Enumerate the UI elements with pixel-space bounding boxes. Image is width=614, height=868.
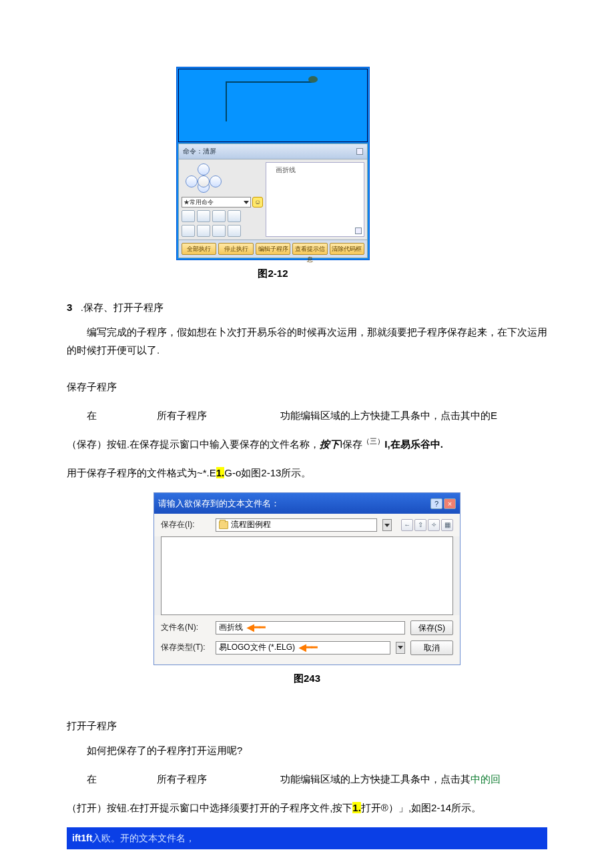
tool-btn-8[interactable]: [228, 225, 241, 237]
help-button[interactable]: ☺: [252, 197, 263, 207]
help-icon[interactable]: ?: [430, 498, 442, 509]
dialog-save-button[interactable]: 保存(S): [410, 620, 453, 635]
command-panel: 命令：清屏 ★常用命令: [178, 143, 368, 258]
figure-2-12-caption: 图2-12: [176, 264, 370, 282]
dpad-right-icon[interactable]: [210, 175, 222, 187]
direction-pad[interactable]: [186, 163, 222, 193]
highlight: 1.: [352, 802, 361, 813]
panel-title: 命令：清屏: [183, 145, 216, 157]
dialog-title-text: 请输入欲保存到的文本文件名：: [158, 496, 280, 511]
figure-2-12: 命令：清屏 ★常用命令: [176, 67, 370, 260]
dpad-left-icon[interactable]: [186, 175, 198, 187]
green-text: 中的回: [471, 773, 501, 785]
command-combo[interactable]: ★常用命令: [182, 197, 251, 207]
t: 用于保存子程序的文件格式为~*.E: [67, 467, 216, 478]
filename-label: 文件名(N):: [161, 620, 210, 635]
t: I,在易乐谷中.: [384, 438, 443, 450]
tool-btn-4[interactable]: [228, 210, 241, 222]
command-combo-value: ★常用命令: [184, 197, 214, 207]
t: （打开）按钮.在打开提示窗口中选择须要打开的子程序文件,按下: [67, 802, 352, 813]
panel-max-icon[interactable]: [356, 148, 363, 155]
save-in-row: 保存在(I): 流程图例程 ← ⇧ ✧ ▦: [154, 514, 460, 536]
open-heading: 打开子程序: [67, 717, 547, 735]
highlight: 1.: [216, 467, 225, 478]
resize-grip-icon[interactable]: [355, 228, 362, 234]
turtle-icon: [308, 76, 318, 83]
close-icon[interactable]: ×: [444, 498, 456, 509]
folder-icon: [219, 521, 228, 529]
section-3-number: 3: [67, 302, 72, 313]
tool-btn-2[interactable]: [197, 210, 210, 222]
t: 按下: [320, 438, 340, 450]
save-in-combo[interactable]: 流程图例程: [216, 518, 377, 532]
edit-sub-button[interactable]: 编辑子程序: [256, 243, 290, 255]
t: I保存: [340, 438, 362, 450]
filetype-value: 易LOGO文件 (*.ELG): [219, 640, 295, 655]
t: 功能编辑区域的上方快捷工具条中，点击其中的E: [280, 410, 497, 421]
stop-run-button[interactable]: 停止执行: [218, 243, 253, 255]
panel-titlebar: 命令：清屏: [179, 144, 367, 159]
section-3-title: .保存、打开子程序: [81, 302, 164, 313]
open-line-1: 在所有子程序功能编辑区域的上方快捷工具条中，点击其中的回: [67, 770, 547, 788]
code-area[interactable]: 画折线: [266, 162, 364, 237]
t: （三）: [362, 437, 384, 445]
save-in-dropdown[interactable]: [382, 519, 392, 531]
filetype-combo[interactable]: 易LOGO文件 (*.ELG) ◀━━: [216, 641, 390, 655]
panel-bottom-bar: 全部执行 停止执行 编辑子程序 查看提示信息 清除代码框: [179, 240, 367, 258]
section-3-intro: 编写完成的子程序，假如想在卜次打开易乐谷的时候再次运用，那就须要把子程序保存起来…: [67, 323, 547, 359]
figure-2-13-caption: 图243: [67, 669, 547, 687]
code-area-label: 画折线: [276, 164, 296, 176]
filename-value: 画折线: [219, 620, 243, 635]
save-in-value: 流程图例程: [231, 518, 271, 532]
chevron-down-icon: [244, 201, 249, 204]
blue-strip: ift1ft入欧。开的文本文件名，: [67, 827, 547, 849]
t: 在: [87, 410, 97, 421]
dpad-up-icon[interactable]: [198, 163, 210, 175]
view-menu-icon[interactable]: ▦: [441, 519, 453, 531]
section-3-heading: 3 .保存、打开子程序: [67, 298, 547, 316]
tool-btn-3[interactable]: [212, 210, 226, 222]
save-in-label: 保存在(I):: [161, 518, 210, 532]
arrow-annotation-icon: ◀━━: [299, 639, 317, 656]
t: G-o如图2-13所示。: [224, 467, 311, 478]
clear-code-button[interactable]: 清除代码框: [330, 243, 364, 255]
save-line-3: 用于保存子程序的文件格式为~*.E1.G-o如图2-13所示。: [67, 464, 547, 482]
view-hint-button[interactable]: 查看提示信息: [292, 243, 327, 255]
save-line-1: 在所有子程序功能编辑区域的上方快捷工具条中，点击其中的E: [67, 406, 547, 424]
new-folder-icon[interactable]: ✧: [428, 519, 440, 531]
drawn-path: [226, 81, 312, 121]
filename-row: 文件名(N): 画折线 ◀━━ 保存(S): [161, 618, 453, 638]
chevron-down-icon: [398, 646, 403, 649]
back-icon[interactable]: ←: [401, 519, 413, 531]
t: 所有子程序: [157, 410, 207, 421]
t: 所有子程序: [157, 773, 207, 785]
save-heading: 保存子程序: [67, 378, 547, 396]
dialog-cancel-button[interactable]: 取消: [410, 640, 453, 655]
strip-rest: 入欧。开的文本文件名，: [92, 833, 195, 843]
save-line-2: （保存）按钮.在保存提示窗口中输入要保存的文件名称，按下I保存（三）I,在易乐谷…: [67, 435, 547, 453]
chevron-down-icon: [384, 524, 390, 527]
dialog-titlebar: 请输入欲保存到的文本文件名： ? ×: [154, 493, 460, 514]
panel-left-tools: ★常用命令 ☺: [179, 159, 266, 240]
t: （保存）按钮.在保存提示窗口中输入要保存的文件名称，: [67, 438, 320, 450]
tool-btn-7[interactable]: [212, 225, 226, 237]
turtle-canvas: [178, 69, 368, 142]
strip-bold: ift1ft: [72, 833, 92, 843]
tool-btn-5[interactable]: [182, 225, 195, 237]
dpad-center-icon[interactable]: [198, 175, 210, 187]
open-line-2: （打开）按钮.在打开提示窗口中选择须要打开的子程序文件,按下1.打开®）」,如图…: [67, 799, 547, 817]
t: 在: [87, 773, 97, 785]
save-dialog: 请输入欲保存到的文本文件名： ? × 保存在(I): 流程图例程 ← ⇧ ✧ ▦: [154, 492, 460, 665]
open-question: 如何把保存了的子程序打开运用呢?: [67, 741, 547, 759]
up-folder-icon[interactable]: ⇧: [414, 519, 426, 531]
tool-btn-6[interactable]: [197, 225, 210, 237]
arrow-annotation-icon: ◀━━: [247, 619, 265, 636]
tool-btn-1[interactable]: [182, 210, 195, 222]
run-all-button[interactable]: 全部执行: [182, 243, 216, 255]
t: 打开®）」,如图2-14所示。: [361, 802, 481, 813]
filename-input[interactable]: 画折线 ◀━━: [216, 621, 405, 634]
filetype-dropdown[interactable]: [396, 642, 405, 654]
t: 功能编辑区域的上方快捷工具条中，点击其: [280, 773, 471, 785]
filetype-row: 保存类型(T): 易LOGO文件 (*.ELG) ◀━━ 取消: [161, 638, 453, 658]
file-list-area[interactable]: [161, 536, 453, 615]
